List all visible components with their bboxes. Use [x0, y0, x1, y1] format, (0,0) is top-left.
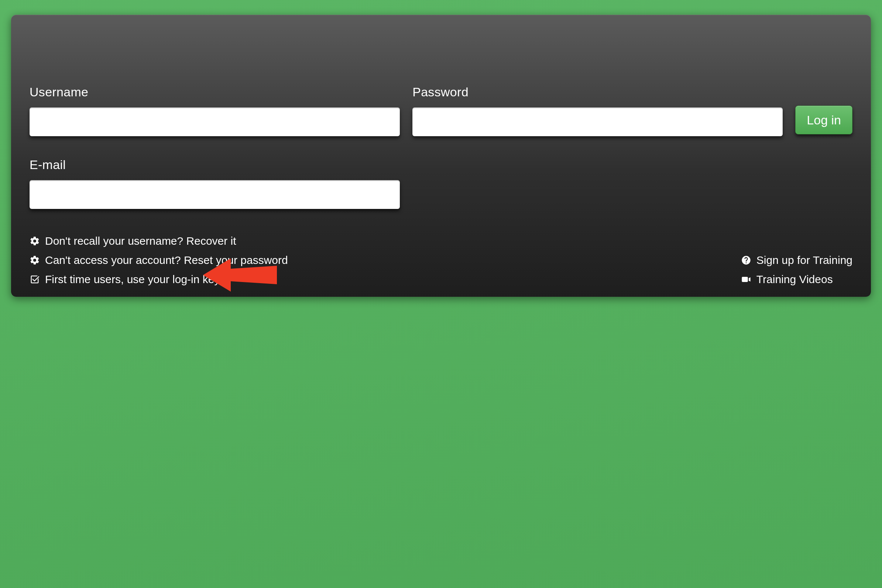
- login-button[interactable]: Log in: [795, 106, 852, 134]
- recover-username-text: Don't recall your username? Recover it: [45, 235, 236, 247]
- help-links-bar: Don't recall your username? Recover it C…: [30, 235, 852, 286]
- email-field-group: E-mail: [30, 158, 400, 209]
- first-time-key-link[interactable]: First time users, use your log-in key: [30, 273, 288, 286]
- signup-training-link[interactable]: Sign up for Training: [741, 254, 852, 267]
- login-button-wrap: Log in: [795, 85, 852, 134]
- question-circle-icon: [741, 255, 751, 266]
- help-links-left: Don't recall your username? Recover it C…: [30, 235, 288, 286]
- training-videos-text: Training Videos: [756, 273, 833, 286]
- gear-icon: [30, 255, 40, 266]
- reset-password-link[interactable]: Can't access your account? Reset your pa…: [30, 254, 288, 267]
- signup-training-text: Sign up for Training: [756, 254, 852, 267]
- video-icon: [741, 274, 751, 285]
- checkbox-icon: [30, 274, 40, 285]
- password-label: Password: [412, 85, 783, 99]
- username-field-group: Username: [30, 85, 400, 136]
- password-input[interactable]: [412, 107, 783, 136]
- help-links-right: Sign up for Training Training Videos: [741, 254, 852, 286]
- recover-username-link[interactable]: Don't recall your username? Recover it: [30, 235, 288, 247]
- gear-icon: [30, 236, 40, 246]
- reset-password-text: Can't access your account? Reset your pa…: [45, 254, 288, 267]
- email-label: E-mail: [30, 158, 400, 172]
- login-panel: Username Password Log in E-mail Don't re…: [11, 15, 871, 297]
- first-time-key-text: First time users, use your log-in key: [45, 273, 220, 286]
- password-field-group: Password: [412, 85, 783, 136]
- email-input[interactable]: [30, 180, 400, 209]
- login-form: Username Password Log in E-mail: [30, 85, 852, 209]
- username-input[interactable]: [30, 107, 400, 136]
- username-label: Username: [30, 85, 400, 99]
- training-videos-link[interactable]: Training Videos: [741, 273, 833, 286]
